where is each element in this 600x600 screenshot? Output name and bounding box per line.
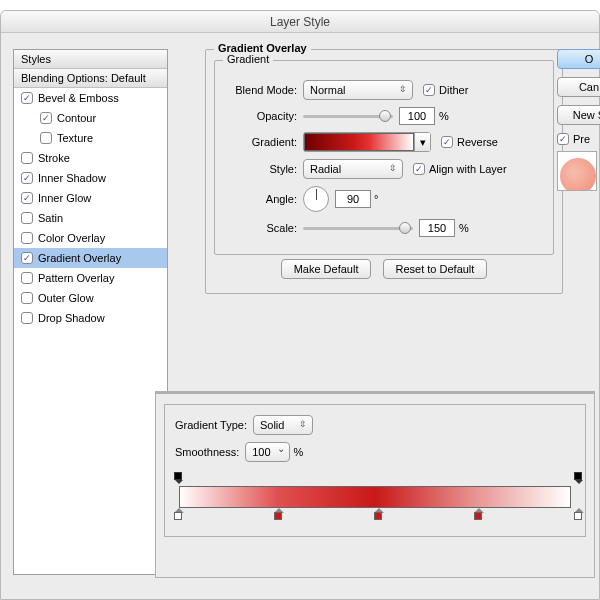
check-icon[interactable] bbox=[21, 152, 33, 164]
check-icon[interactable] bbox=[21, 312, 33, 324]
opacity-label: Opacity: bbox=[223, 110, 303, 122]
gradient-preview bbox=[304, 133, 414, 151]
sidebar-item-texture[interactable]: Texture bbox=[14, 128, 167, 148]
sidebar-header-styles[interactable]: Styles bbox=[14, 50, 167, 69]
check-icon[interactable] bbox=[21, 212, 33, 224]
sidebar-item-label: Satin bbox=[38, 212, 63, 224]
gradient-editor: Gradient Type: Solid Smoothness: 100 % bbox=[155, 391, 595, 578]
gradient-subtitle: Gradient bbox=[223, 53, 273, 65]
gradient-group: Gradient Blend Mode: Normal Dither Opaci… bbox=[214, 60, 554, 255]
gradient-track[interactable] bbox=[179, 486, 571, 508]
make-default-button[interactable]: Make Default bbox=[281, 259, 372, 279]
sidebar-item-label: Outer Glow bbox=[38, 292, 94, 304]
gradient-label: Gradient: bbox=[223, 136, 303, 148]
sidebar-item-satin[interactable]: Satin bbox=[14, 208, 167, 228]
gradient-overlay-group: Gradient Overlay Gradient Blend Mode: No… bbox=[205, 49, 563, 294]
style-select[interactable]: Radial bbox=[303, 159, 403, 179]
sidebar-item-stroke[interactable]: Stroke bbox=[14, 148, 167, 168]
color-stop[interactable] bbox=[574, 508, 584, 522]
sidebar-item-inner-shadow[interactable]: Inner Shadow bbox=[14, 168, 167, 188]
preview-swatch bbox=[557, 151, 597, 191]
sidebar-item-label: Bevel & Emboss bbox=[38, 92, 119, 104]
reverse-checkbox[interactable]: Reverse bbox=[441, 136, 498, 148]
opacity-stop[interactable] bbox=[574, 472, 584, 484]
ok-button[interactable]: O bbox=[557, 49, 600, 69]
sidebar-item-pattern-overlay[interactable]: Pattern Overlay bbox=[14, 268, 167, 288]
color-stop[interactable] bbox=[274, 508, 284, 522]
reset-default-button[interactable]: Reset to Default bbox=[383, 259, 488, 279]
sidebar-item-label: Gradient Overlay bbox=[38, 252, 121, 264]
check-icon[interactable] bbox=[21, 272, 33, 284]
gradient-type-select[interactable]: Solid bbox=[253, 415, 313, 435]
color-stop[interactable] bbox=[174, 508, 184, 522]
sidebar-item-label: Color Overlay bbox=[38, 232, 105, 244]
styles-sidebar: Styles Blending Options: Default Bevel &… bbox=[13, 49, 168, 575]
blend-mode-select[interactable]: Normal bbox=[303, 80, 413, 100]
sidebar-item-label: Drop Shadow bbox=[38, 312, 105, 324]
angle-label: Angle: bbox=[223, 193, 303, 205]
preview-checkbox[interactable]: Pre bbox=[557, 133, 600, 145]
window-title: Layer Style bbox=[1, 11, 599, 33]
opacity-stop[interactable] bbox=[174, 472, 184, 484]
sidebar-item-contour[interactable]: Contour bbox=[14, 108, 167, 128]
sidebar-item-inner-glow[interactable]: Inner Glow bbox=[14, 188, 167, 208]
style-label: Style: bbox=[223, 163, 303, 175]
sidebar-item-drop-shadow[interactable]: Drop Shadow bbox=[14, 308, 167, 328]
percent-label: % bbox=[459, 222, 469, 234]
align-checkbox[interactable]: Align with Layer bbox=[413, 163, 507, 175]
gradient-type-label: Gradient Type: bbox=[175, 419, 247, 431]
sidebar-item-bevel-emboss[interactable]: Bevel & Emboss bbox=[14, 88, 167, 108]
smoothness-input[interactable]: 100 bbox=[245, 442, 289, 462]
cancel-button[interactable]: Can bbox=[557, 77, 600, 97]
check-icon[interactable] bbox=[21, 292, 33, 304]
sidebar-item-gradient-overlay[interactable]: Gradient Overlay bbox=[14, 248, 167, 268]
sidebar-item-label: Inner Glow bbox=[38, 192, 91, 204]
percent-label: % bbox=[294, 446, 304, 458]
check-icon[interactable] bbox=[21, 192, 33, 204]
degree-label: ° bbox=[374, 193, 378, 205]
sidebar-item-label: Texture bbox=[57, 132, 93, 144]
dialog-body: Styles Blending Options: Default Bevel &… bbox=[1, 33, 599, 599]
scale-slider[interactable] bbox=[303, 221, 413, 235]
check-icon[interactable] bbox=[21, 232, 33, 244]
check-icon[interactable] bbox=[40, 132, 52, 144]
sidebar-item-color-overlay[interactable]: Color Overlay bbox=[14, 228, 167, 248]
sidebar-item-label: Pattern Overlay bbox=[38, 272, 114, 284]
check-icon[interactable] bbox=[21, 172, 33, 184]
sidebar-item-label: Stroke bbox=[38, 152, 70, 164]
layer-style-dialog: Layer Style Styles Blending Options: Def… bbox=[0, 10, 600, 600]
angle-dial[interactable] bbox=[303, 186, 329, 212]
opacity-input[interactable]: 100 bbox=[399, 107, 435, 125]
check-icon bbox=[423, 84, 435, 96]
color-stop[interactable] bbox=[374, 508, 384, 522]
dither-checkbox[interactable]: Dither bbox=[423, 84, 468, 96]
smoothness-label: Smoothness: bbox=[175, 446, 239, 458]
dialog-buttons: O Can New S Pre bbox=[557, 49, 600, 191]
opacity-slider[interactable] bbox=[303, 109, 393, 123]
blend-mode-label: Blend Mode: bbox=[223, 84, 303, 96]
angle-input[interactable]: 90 bbox=[335, 190, 371, 208]
check-icon bbox=[557, 133, 569, 145]
scale-input[interactable]: 150 bbox=[419, 219, 455, 237]
percent-label: % bbox=[439, 110, 449, 122]
chevron-down-icon[interactable]: ▾ bbox=[414, 133, 430, 151]
gradient-ramp[interactable] bbox=[175, 472, 575, 524]
check-icon[interactable] bbox=[40, 112, 52, 124]
check-icon[interactable] bbox=[21, 92, 33, 104]
check-icon[interactable] bbox=[21, 252, 33, 264]
scale-label: Scale: bbox=[223, 222, 303, 234]
sidebar-header-blending[interactable]: Blending Options: Default bbox=[14, 69, 167, 88]
sidebar-item-label: Contour bbox=[57, 112, 96, 124]
check-icon bbox=[413, 163, 425, 175]
sidebar-item-outer-glow[interactable]: Outer Glow bbox=[14, 288, 167, 308]
check-icon bbox=[441, 136, 453, 148]
sidebar-item-label: Inner Shadow bbox=[38, 172, 106, 184]
gradient-picker[interactable]: ▾ bbox=[303, 132, 431, 152]
new-style-button[interactable]: New S bbox=[557, 105, 600, 125]
color-stop[interactable] bbox=[474, 508, 484, 522]
